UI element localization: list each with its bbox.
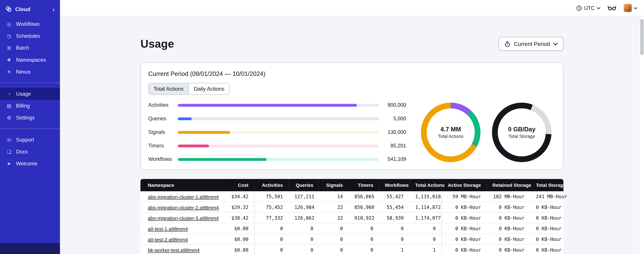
table-cell: 856,960 (349, 202, 379, 212)
table-cell: 0 (254, 223, 289, 234)
namespace-link[interactable]: abs-migration-cluster-3.a98mm4 (148, 215, 219, 221)
sidebar-item-label: Batch (16, 45, 29, 50)
namespace-cell: abs-migration-cluster-3.a98mm4 (140, 212, 221, 223)
table-cell: 0 (319, 244, 349, 254)
sidebar-item-label: Support (16, 137, 34, 142)
table-cell: 0 (410, 223, 442, 234)
table-cell: 0 KB-Hour (486, 202, 530, 212)
table-cell: 75,452 (254, 202, 289, 212)
temporal-logo-icon (5, 6, 12, 12)
table-cell: 182 MB-Hour (486, 191, 530, 202)
usage-bar-row-signals: Signals130,000 (148, 129, 406, 135)
bar-value: 130,000 (379, 129, 406, 135)
namespace-link[interactable]: bk-worker-test.a98mm4 (148, 247, 200, 253)
total-actions-value: 4.7 MM (438, 126, 463, 133)
sidebar-collapse-icon[interactable]: ‹ (51, 6, 56, 12)
table-cell: 0 KB-Hour (486, 212, 530, 223)
bar-fill (178, 144, 209, 147)
sidebar-item-usage[interactable]: ◔Usage (0, 88, 60, 100)
bar-value: 5,000 (379, 116, 406, 122)
table-cell: 0 KB-Hour (442, 202, 487, 212)
chevron-down-icon (597, 7, 600, 9)
table-cell: 0 KB-Hour (530, 223, 563, 234)
column-header-active-storage: Active Storage (442, 179, 487, 191)
table-row: a0-test-2.a98mm4$0.000000000 KB-Hour0 KB… (140, 234, 564, 245)
namespace-cell: bk-worker-test.a98mm4 (140, 244, 221, 254)
bar-track (178, 144, 379, 147)
tab-daily-actions[interactable]: Daily Actions (188, 83, 230, 94)
namespace-link[interactable]: abs-migration-cluster-1.a98mm4 (148, 194, 219, 200)
bar-track (178, 131, 379, 134)
total-storage-label: Total Storage (508, 134, 536, 139)
timezone-selector[interactable]: UTC (576, 5, 600, 11)
table-cell: 0 KB-Hour (530, 244, 563, 254)
bar-label: Activities (148, 102, 178, 108)
namespace-cell: a0-test-1.a98mm4 (140, 223, 221, 234)
column-header-workflows: Workflows (379, 179, 409, 191)
sidebar-item-workflows[interactable]: ◎Workflows (0, 18, 60, 30)
table-cell: 14 (319, 191, 349, 202)
sidebar-item-schedules[interactable]: ◷Schedules (0, 30, 60, 42)
namespace-link[interactable]: abs-migration-cluster-2.a98mm4 (148, 204, 219, 210)
column-header-total-storage: Total Storage (530, 179, 563, 191)
period-selector-button[interactable]: Current Period (499, 37, 564, 51)
table-cell: $38.42 (221, 212, 254, 223)
stopwatch-icon (504, 41, 510, 47)
sidebar-item-welcome[interactable]: ➤Welcome (0, 158, 60, 170)
namespace-link[interactable]: a0-test-1.a98mm4 (148, 226, 188, 232)
table-cell: 126,862 (289, 212, 319, 223)
table-row: bk-worker-test.a98mm4$0.000000110 KB-Hou… (140, 244, 564, 254)
sidebar-item-billing[interactable]: ▤Billing (0, 100, 60, 112)
timezone-label: UTC (584, 5, 595, 11)
namespace-link[interactable]: a0-test-2.a98mm4 (148, 236, 188, 242)
total-storage-value: 0 GB/Day (508, 126, 536, 133)
sidebar-item-nexus[interactable]: ✳Nexus (0, 66, 60, 78)
total-storage-donut: 0 GB/Day Total Storage (492, 102, 552, 162)
sidebar-item-support[interactable]: ☏Support (0, 134, 60, 146)
table-cell: 1,114,872 (410, 202, 442, 212)
table-cell: 22 (319, 202, 349, 212)
usage-bar-chart: Activities900,000Queries5,000Signals130,… (148, 102, 406, 162)
page-content: Usage Current Period (60, 16, 644, 254)
table-cell: 0 (319, 234, 349, 245)
sidebar-item-docs[interactable]: ❏Docs (0, 146, 60, 158)
column-header-retained-storage: Retained Storage (486, 179, 530, 191)
scrollbar-thumb[interactable] (640, 19, 644, 55)
table-cell: 0 (349, 223, 379, 234)
sidebar-brand[interactable]: Cloud ‹ (0, 0, 60, 18)
table-cell: $34.42 (221, 191, 254, 202)
reader-glasses-icon[interactable] (608, 5, 616, 11)
period-selector-label: Current Period (514, 41, 550, 47)
column-header-cost: Cost (221, 179, 254, 191)
bar-label: Signals (148, 129, 178, 135)
table-cell: 856,865 (349, 191, 379, 202)
table-cell: 127,211 (289, 191, 319, 202)
vertical-scrollbar (639, 17, 644, 254)
bar-track (178, 104, 379, 106)
table-cell: $0.00 (221, 244, 254, 254)
sidebar-item-batch[interactable]: ≣Batch (0, 42, 60, 54)
tab-total-actions[interactable]: Total Actions (149, 83, 188, 94)
sidebar-item-namespaces[interactable]: ❖Namespaces (0, 54, 60, 66)
page-title: Usage (140, 38, 174, 50)
usage-bar-row-timers: Timers85,201 (148, 143, 406, 148)
table-cell: 58,939 (379, 212, 409, 223)
table-cell: 0 (379, 234, 409, 245)
table-cell: 0 (379, 223, 409, 234)
namespace-cell: abs-migration-cluster-1.a98mm4 (140, 191, 221, 202)
table-cell: 75,501 (254, 191, 289, 202)
sidebar-divider (0, 128, 60, 129)
usage-icon: ◔ (6, 91, 12, 97)
bar-fill (178, 131, 230, 134)
billing-icon: ▤ (6, 103, 12, 108)
user-menu[interactable] (624, 4, 637, 12)
table-cell: 910,922 (349, 212, 379, 223)
table-row: abs-migration-cluster-2.a98mm4$29.3275,4… (140, 202, 564, 212)
column-header-queries: Queries (289, 179, 319, 191)
bar-fill (178, 117, 192, 120)
bar-label: Queries (148, 116, 178, 122)
support-icon: ☏ (6, 137, 12, 142)
table-cell: 0 KB-Hour (530, 234, 563, 245)
sidebar-item-label: Workflows (16, 21, 40, 27)
sidebar-item-settings[interactable]: ⚙Settings (0, 112, 60, 124)
